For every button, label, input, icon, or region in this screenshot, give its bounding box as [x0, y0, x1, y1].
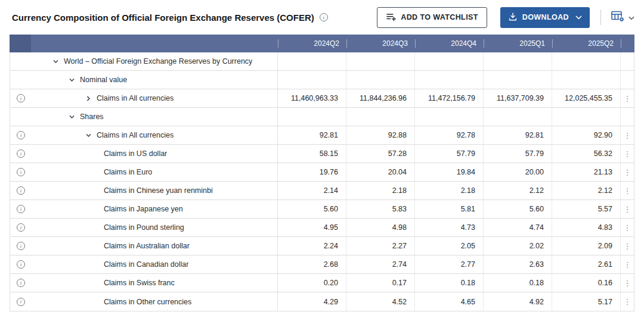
kebab-menu-icon[interactable]: [623, 224, 633, 232]
info-icon[interactable]: [17, 131, 25, 139]
row-info-cell: [10, 292, 32, 311]
row-info-cell: [10, 163, 32, 181]
kebab-menu-icon[interactable]: [623, 205, 633, 213]
value-cell: 92.88: [346, 126, 415, 144]
value-cell: [278, 108, 346, 126]
table-row: Claims in Euro 19.7620.0419.8420.0021.13: [10, 163, 634, 182]
value-cell: [552, 71, 621, 89]
column-header: 2025Q1: [484, 35, 553, 52]
row-menu-cell: [621, 163, 634, 181]
value-cell: 0.16: [552, 274, 621, 292]
info-icon[interactable]: [17, 279, 25, 287]
row-label-cell: Claims in US dollar: [32, 145, 278, 163]
info-icon[interactable]: [17, 298, 25, 306]
value-cell: 92.81: [484, 126, 552, 144]
kebab-menu-icon[interactable]: [623, 298, 633, 305]
cofer-page: Currency Composition of Official Foreign…: [0, 0, 644, 311]
add-to-watchlist-label: ADD TO WATCHLIST: [401, 13, 478, 21]
row-menu-cell: [621, 89, 634, 107]
value-cell: 2.61: [552, 255, 621, 273]
info-icon[interactable]: [17, 168, 25, 176]
row-label-cell: Claims in All currencies: [32, 89, 278, 107]
value-cell: 4.95: [278, 219, 346, 236]
title-wrap: Currency Composition of Official Foreign…: [12, 13, 328, 23]
value-cell: [346, 52, 415, 70]
kebab-menu-icon[interactable]: [623, 187, 633, 195]
value-cell: 92.90: [552, 126, 621, 144]
value-cell: 2.12: [552, 182, 621, 199]
value-cell: 58.15: [278, 145, 346, 163]
row-label: Claims in Canadian dollar: [104, 260, 188, 269]
info-icon[interactable]: [17, 94, 25, 102]
table-settings-button[interactable]: [609, 9, 636, 26]
expander-chevron-icon[interactable]: [68, 77, 75, 83]
value-cell: 4.73: [415, 219, 484, 236]
value-cell: 0.18: [484, 274, 552, 292]
expander-chevron-icon[interactable]: [85, 132, 92, 139]
value-cell: [415, 71, 484, 89]
value-cell: [278, 71, 346, 89]
expander-chevron-icon[interactable]: [52, 58, 59, 65]
row-label-cell: Claims in Other currencies: [32, 292, 278, 311]
download-button[interactable]: DOWNLOAD: [500, 7, 590, 28]
value-cell: 0.20: [278, 274, 346, 292]
list-plus-icon: [386, 12, 396, 23]
title-info-icon[interactable]: [320, 13, 328, 21]
row-label: Claims in All currencies: [97, 131, 174, 139]
row-info-cell: [10, 182, 32, 199]
value-cell: [552, 52, 621, 70]
value-cell: 2.02: [484, 237, 552, 255]
value-cell: 11,460,963.33: [278, 89, 346, 107]
chevron-down-icon: [575, 13, 582, 21]
column-header: 2024Q4: [416, 35, 484, 52]
value-cell: 2.27: [346, 237, 415, 255]
table-row: Claims in Other currencies 4.294.524.654…: [10, 292, 634, 311]
value-cell: [415, 108, 484, 126]
value-cell: 5.60: [484, 200, 552, 218]
download-label: DOWNLOAD: [522, 13, 569, 21]
chevron-down-icon: [628, 13, 634, 22]
value-cell: 5.57: [552, 200, 621, 218]
value-cell: 0.18: [415, 274, 484, 292]
kebab-menu-icon[interactable]: [623, 95, 633, 102]
header-info-column: [10, 35, 31, 52]
expander-chevron-icon[interactable]: [85, 95, 92, 102]
row-label: Claims in Australian dollar: [104, 242, 190, 250]
info-icon[interactable]: [17, 260, 25, 269]
value-cell: 5.60: [278, 200, 346, 218]
info-icon[interactable]: [17, 223, 25, 232]
expander-chevron-icon[interactable]: [68, 114, 75, 120]
row-info-cell: [10, 200, 32, 218]
info-icon[interactable]: [17, 186, 25, 195]
kebab-menu-icon[interactable]: [623, 150, 633, 158]
row-label: World – Official Foreign Exchange Reserv…: [64, 57, 252, 66]
table-body: World – Official Foreign Exchange Reserv…: [10, 52, 634, 311]
table-row: Claims in Swiss franc 0.200.170.180.180.…: [10, 274, 634, 292]
row-info-cell: [10, 71, 32, 89]
add-to-watchlist-button[interactable]: ADD TO WATCHLIST: [377, 7, 487, 28]
column-header: 2025Q2: [553, 35, 621, 52]
value-cell: 11,637,709.39: [484, 89, 552, 107]
kebab-menu-icon[interactable]: [623, 261, 633, 269]
table-row: Claims in Australian dollar 2.242.272.05…: [10, 237, 634, 255]
table-settings-icon: [611, 10, 625, 24]
row-info-cell: [10, 145, 32, 163]
row-label-cell: Claims in Euro: [32, 163, 278, 181]
row-info-cell: [10, 52, 32, 70]
value-cell: 5.17: [552, 292, 621, 311]
kebab-menu-icon[interactable]: [623, 242, 633, 250]
info-icon[interactable]: [17, 205, 25, 213]
table-row: Claims in US dollar 58.1557.2857.7957.79…: [10, 145, 634, 163]
kebab-menu-icon[interactable]: [623, 132, 633, 139]
row-label: Claims in All currencies: [97, 94, 174, 102]
kebab-menu-icon[interactable]: [623, 279, 633, 287]
row-label: Claims in Japanese yen: [104, 205, 183, 213]
topbar: Currency Composition of Official Foreign…: [0, 0, 644, 35]
info-icon[interactable]: [17, 149, 25, 158]
kebab-menu-icon[interactable]: [623, 169, 633, 176]
info-icon[interactable]: [17, 242, 25, 250]
value-cell: 11,472,156.79: [415, 89, 484, 107]
toolbar-divider: [600, 10, 601, 25]
value-cell: 5.81: [415, 200, 484, 218]
table-row: Claims in Japanese yen 5.605.835.815.605…: [10, 200, 634, 219]
